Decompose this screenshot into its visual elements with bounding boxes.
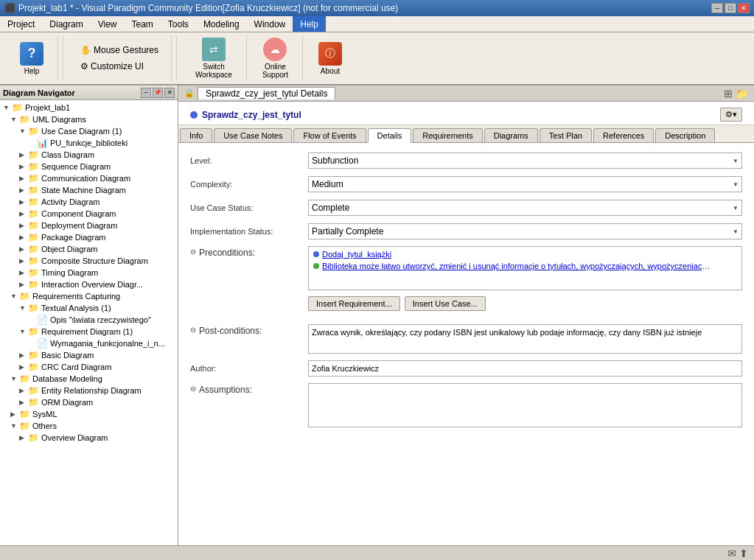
settings-button[interactable]: ⚙▾ xyxy=(720,108,742,122)
insert-use-case-button[interactable]: Insert Use Case... xyxy=(405,296,486,311)
menu-view[interactable]: View xyxy=(91,16,125,32)
tree-item-textual[interactable]: ▼ 📁 Textual Analysis (1) xyxy=(1,302,176,314)
menu-window[interactable]: Window xyxy=(247,16,293,32)
tree-item-communication[interactable]: ▶ 📁 Communication Diagram xyxy=(1,172,176,184)
assumptions-label: ⊖ Assumptions: xyxy=(190,383,308,395)
tree-item-req-diagram[interactable]: ▼ 📁 Requirement Diagram (1) xyxy=(1,326,176,337)
tree-item-activity[interactable]: ▶ 📁 Activity Diagram xyxy=(1,196,176,208)
tree-label-sysml: SysML xyxy=(32,410,57,419)
entity-folder-icon: 📁 xyxy=(28,385,39,396)
help-button[interactable]: ? Help xyxy=(15,40,49,77)
insert-requirement-button[interactable]: Insert Requirement... xyxy=(308,296,400,311)
composite-folder-icon: 📁 xyxy=(28,256,39,266)
tree-item-composite[interactable]: ▶ 📁 Composite Structure Diagram xyxy=(1,255,176,267)
menu-modeling[interactable]: Modeling xyxy=(196,16,247,32)
preconditions-collapse-icon[interactable]: ⊖ xyxy=(190,248,196,256)
overview-folder-icon: 📁 xyxy=(28,433,39,443)
online-support-button[interactable]: ☁ OnlineSupport xyxy=(257,35,293,81)
communication-folder-icon: 📁 xyxy=(28,173,39,183)
tree-label-pu: PU_funkcje_biblioteki xyxy=(50,139,128,147)
tab-references[interactable]: References xyxy=(593,128,654,142)
minimize-button[interactable]: ─ xyxy=(711,3,723,13)
postconditions-collapse-icon[interactable]: ⊖ xyxy=(190,326,196,334)
crc-folder-icon: 📁 xyxy=(28,362,39,372)
tree-item-use-case[interactable]: ▼ 📁 Use Case Diagram (1) xyxy=(1,125,176,137)
tree-item-object[interactable]: ▶ 📁 Object Diagram xyxy=(1,243,176,255)
tree-item-package[interactable]: ▶ 📁 Package Diagram xyxy=(1,231,176,243)
tree-item-pu[interactable]: 📊 PU_funkcje_biblioteki xyxy=(1,137,176,149)
use-case-status-value: Complete xyxy=(312,203,349,213)
preconditions-box[interactable]: Dodaj_tytul_książki Biblioteka może łatw… xyxy=(308,246,742,290)
tree-item-orm[interactable]: ▶ 📁 ORM Diagram xyxy=(1,396,176,408)
tree-item-basic[interactable]: ▶ 📁 Basic Diagram xyxy=(1,349,176,361)
tree-item-projekt[interactable]: ▼ 📁 Projekt_lab1 xyxy=(1,102,176,113)
maximize-button[interactable]: □ xyxy=(725,3,736,13)
about-button[interactable]: ⓘ About xyxy=(313,40,347,77)
basic-folder-icon: 📁 xyxy=(28,350,39,360)
panel-icon-2[interactable]: 📁 xyxy=(736,88,748,99)
tree-item-deployment[interactable]: ▶ 📁 Deployment Diagram xyxy=(1,220,176,231)
online-support-icon: ☁ xyxy=(263,38,287,61)
panel-minimize-btn[interactable]: ─ xyxy=(141,88,151,98)
tree-item-opis[interactable]: 📄 Opis "świata rzeczywistego" xyxy=(1,314,176,326)
postconditions-text[interactable]: Zwraca wynik, określający, czy podany IS… xyxy=(308,324,742,354)
email-icon[interactable]: ✉ xyxy=(727,547,736,559)
precondition-link-1[interactable]: Dodaj_tytul_książki xyxy=(322,250,391,259)
tree-item-class[interactable]: ▶ 📁 Class Diagram xyxy=(1,149,176,161)
upload-icon[interactable]: ⬆ xyxy=(739,547,748,559)
complexity-value: Medium xyxy=(312,179,343,189)
author-field[interactable] xyxy=(308,360,742,377)
tree-item-overview[interactable]: ▶ 📁 Overview Diagram xyxy=(1,432,176,444)
panel-pin-btn[interactable]: 📌 xyxy=(153,88,163,98)
insert-buttons-row: Insert Requirement... Insert Use Case... xyxy=(190,296,742,318)
breadcrumb-tab[interactable]: Sprawdz_czy_jest_tytul Details xyxy=(198,87,335,99)
tree-item-component[interactable]: ▶ 📁 Component Diagram xyxy=(1,208,176,220)
tree-item-others[interactable]: ▼ 📁 Others xyxy=(1,420,176,432)
tree-item-entity[interactable]: ▶ 📁 Entity Relationship Diagram xyxy=(1,385,176,396)
impl-status-select[interactable]: Partially Complete ▼ xyxy=(308,223,742,239)
tree-item-sequence[interactable]: ▶ 📁 Sequence Diagram xyxy=(1,161,176,172)
assumptions-collapse-icon[interactable]: ⊖ xyxy=(190,385,196,393)
tab-requirements[interactable]: Requirements xyxy=(413,128,482,142)
tab-use-case-notes[interactable]: Use Case Notes xyxy=(214,128,292,142)
tab-info[interactable]: Info xyxy=(180,128,212,142)
use-case-status-select[interactable]: Complete ▼ xyxy=(308,200,742,216)
req-diagram-folder-icon: 📁 xyxy=(28,326,39,337)
menu-help[interactable]: Help xyxy=(293,16,326,32)
tab-description[interactable]: Description xyxy=(655,128,715,142)
complexity-select[interactable]: Medium ▼ xyxy=(308,176,742,192)
menu-tools[interactable]: Tools xyxy=(161,16,196,32)
panel-close-btn[interactable]: ✕ xyxy=(164,88,175,98)
tree-item-state[interactable]: ▶ 📁 State Machine Diagram xyxy=(1,184,176,196)
menu-diagram[interactable]: Diagram xyxy=(42,16,90,32)
menu-project[interactable]: Project xyxy=(0,16,42,32)
tree-item-database[interactable]: ▼ 📁 Database Modeling xyxy=(1,373,176,385)
tree-item-sysml[interactable]: ▶ 📁 SysML xyxy=(1,408,176,420)
level-select[interactable]: Subfunction ▼ xyxy=(308,153,742,169)
tab-test-plan[interactable]: Test Plan xyxy=(540,128,592,142)
tab-details[interactable]: Details xyxy=(368,128,412,143)
tree-item-uml[interactable]: ▼ 📁 UML Diagrams xyxy=(1,113,176,125)
tree-item-wymagania[interactable]: 📄 Wymagania_funkcjonalne_i_n... xyxy=(1,337,176,349)
tree-item-crc[interactable]: ▶ 📁 CRC Card Diagram xyxy=(1,361,176,373)
assumptions-box[interactable] xyxy=(308,383,742,427)
tab-flow-of-events[interactable]: Flow of Events xyxy=(293,128,366,142)
switch-workspace-button[interactable]: ⇄ SwitchWorkspace xyxy=(190,35,237,81)
close-button[interactable]: ✕ xyxy=(738,3,750,13)
complexity-row: Complexity: Medium ▼ xyxy=(190,175,742,193)
customize-ui-button[interactable]: ⚙ Customize UI xyxy=(77,59,162,74)
tree-item-requirements[interactable]: ▼ 📁 Requirements Capturing xyxy=(1,290,176,302)
tree-item-interaction[interactable]: ▶ 📁 Interaction Overview Diagr... xyxy=(1,279,176,290)
precondition-link-2[interactable]: Biblioteka może łatwo utworzyć, zmienić … xyxy=(322,262,713,270)
tree-item-timing[interactable]: ▶ 📁 Timing Diagram xyxy=(1,267,176,279)
tree-label-projekt: Projekt_lab1 xyxy=(25,103,70,112)
tab-diagrams[interactable]: Diagrams xyxy=(484,128,538,142)
precondition-item-1[interactable]: Dodaj_tytul_książki xyxy=(310,248,740,260)
mouse-gestures-button[interactable]: ✋ Mouse Gestures xyxy=(77,43,162,57)
title-text: Projekt_lab1 * - Visual Paradigm Communi… xyxy=(18,3,711,13)
tree-container[interactable]: ▼ 📁 Projekt_lab1 ▼ 📁 UML Diagrams ▼ 📁 Us… xyxy=(0,100,178,545)
panel-icon-1[interactable]: ⊞ xyxy=(724,88,733,99)
menu-team[interactable]: Team xyxy=(125,16,161,32)
use-case-folder-icon: 📁 xyxy=(28,126,39,136)
precondition-item-2[interactable]: Biblioteka może łatwo utworzyć, zmienić … xyxy=(310,260,740,272)
